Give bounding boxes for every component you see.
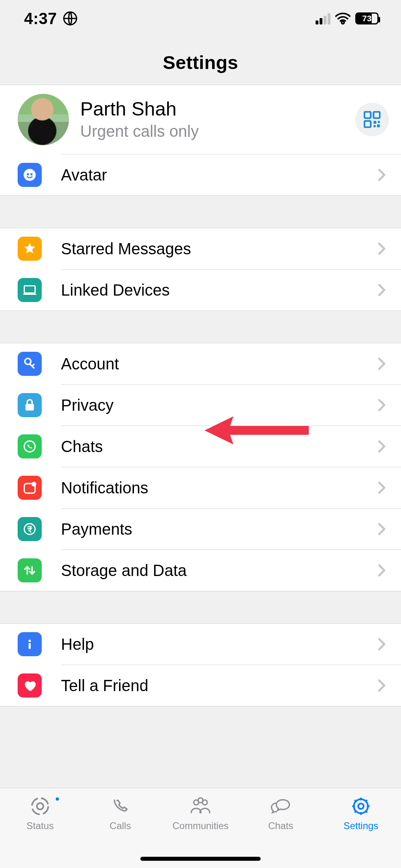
- svg-rect-2: [374, 112, 380, 118]
- status-new-dot: [55, 796, 60, 802]
- status-ring-icon: [28, 795, 52, 817]
- group-starred: Starred Messages Linked Devices: [0, 228, 401, 311]
- row-label: Storage and Data: [61, 562, 378, 580]
- row-account[interactable]: Account: [0, 343, 401, 384]
- star-icon: [18, 237, 42, 261]
- svg-point-16: [32, 482, 36, 487]
- row-label: Help: [61, 635, 378, 653]
- row-avatar[interactable]: Avatar: [0, 154, 401, 195]
- svg-point-24: [198, 798, 203, 803]
- tab-label: Settings: [344, 820, 379, 831]
- notification-badge-icon: [18, 476, 42, 500]
- tab-label: Chats: [268, 820, 294, 831]
- svg-point-26: [358, 803, 364, 809]
- qr-code-button[interactable]: [355, 103, 389, 136]
- home-indicator[interactable]: [140, 857, 261, 861]
- heart-icon: [18, 673, 42, 698]
- page-title: Settings: [0, 51, 401, 73]
- wifi-icon: [335, 12, 350, 24]
- row-privacy[interactable]: Privacy: [0, 385, 401, 426]
- svg-point-21: [37, 803, 43, 809]
- svg-point-17: [24, 524, 35, 535]
- svg-rect-13: [26, 404, 34, 411]
- row-notifications[interactable]: Notifications: [0, 467, 401, 508]
- row-starred-messages[interactable]: Starred Messages: [0, 228, 401, 269]
- key-icon: [18, 352, 42, 376]
- row-payments[interactable]: Payments: [0, 509, 401, 550]
- cellular-signal-icon: [316, 12, 330, 24]
- row-storage-and-data[interactable]: Storage and Data: [0, 550, 401, 591]
- avatar-photo[interactable]: [18, 94, 69, 145]
- info-icon: [18, 632, 42, 656]
- chevron-right-icon: [378, 481, 386, 494]
- tab-label: Communities: [172, 820, 229, 831]
- svg-rect-19: [28, 643, 30, 649]
- chat-bubbles-icon: [269, 795, 293, 817]
- svg-rect-6: [374, 125, 376, 127]
- row-label: Chats: [61, 438, 378, 456]
- svg-point-14: [24, 441, 35, 452]
- svg-rect-7: [377, 124, 380, 127]
- communities-icon: [188, 795, 213, 817]
- row-label: Payments: [61, 520, 378, 538]
- tab-settings[interactable]: Settings: [321, 795, 401, 868]
- gear-icon: [349, 795, 373, 817]
- svg-rect-11: [24, 286, 35, 293]
- row-label: Account: [61, 355, 378, 373]
- chevron-right-icon: [378, 399, 386, 412]
- chevron-right-icon: [378, 242, 386, 255]
- chevron-right-icon: [378, 523, 386, 535]
- profile-group: Parth Shah Urgent calls only Avatar: [0, 85, 401, 196]
- svg-point-8: [24, 169, 36, 181]
- row-label: Privacy: [61, 396, 378, 414]
- qr-code-icon: [364, 111, 381, 128]
- svg-rect-3: [365, 121, 371, 128]
- tab-bar: Status Calls Communities Chats Settings: [0, 788, 401, 868]
- chevron-right-icon: [378, 284, 386, 296]
- status-time: 4:37: [24, 10, 57, 28]
- row-chats[interactable]: Chats: [0, 426, 401, 467]
- row-label: Avatar: [61, 166, 378, 184]
- chevron-right-icon: [378, 168, 386, 181]
- chevron-right-icon: [378, 564, 386, 577]
- chevron-right-icon: [378, 440, 386, 453]
- row-help[interactable]: Help: [0, 624, 401, 665]
- profile-subtitle: Urgent calls only: [80, 122, 344, 140]
- profile-row[interactable]: Parth Shah Urgent calls only: [0, 85, 401, 154]
- group-account: Account Privacy Chats Notifications Paym…: [0, 343, 401, 591]
- lock-icon: [18, 393, 42, 417]
- tab-status[interactable]: Status: [0, 795, 80, 868]
- nav-header: Settings: [0, 37, 401, 85]
- tab-label: Calls: [109, 820, 131, 831]
- chevron-right-icon: [378, 357, 386, 370]
- globe-icon: [63, 11, 78, 26]
- chevron-right-icon: [378, 638, 386, 651]
- row-label: Linked Devices: [61, 281, 378, 299]
- monitor-icon: [18, 278, 42, 302]
- svg-point-10: [30, 173, 32, 175]
- svg-point-20: [32, 798, 49, 815]
- data-transfer-icon: [18, 558, 42, 582]
- svg-rect-5: [378, 121, 380, 123]
- row-label: Notifications: [61, 479, 378, 497]
- svg-rect-1: [365, 112, 371, 118]
- row-label: Starred Messages: [61, 240, 378, 258]
- battery-icon: 73: [355, 12, 379, 24]
- profile-name: Parth Shah: [80, 99, 344, 120]
- avatar-icon: [18, 163, 42, 187]
- svg-point-9: [27, 173, 29, 175]
- chevron-right-icon: [378, 679, 386, 692]
- svg-rect-4: [374, 121, 377, 124]
- svg-point-18: [28, 640, 31, 642]
- status-bar: 4:37 73: [0, 0, 401, 37]
- whatsapp-icon: [18, 434, 42, 458]
- tab-label: Status: [26, 820, 54, 831]
- row-tell-a-friend[interactable]: Tell a Friend: [0, 665, 401, 706]
- rupee-icon: [18, 517, 42, 541]
- battery-percent: 73: [356, 14, 377, 23]
- group-help: Help Tell a Friend: [0, 623, 401, 706]
- row-linked-devices[interactable]: Linked Devices: [0, 270, 401, 310]
- phone-icon: [108, 795, 132, 817]
- row-label: Tell a Friend: [61, 677, 378, 695]
